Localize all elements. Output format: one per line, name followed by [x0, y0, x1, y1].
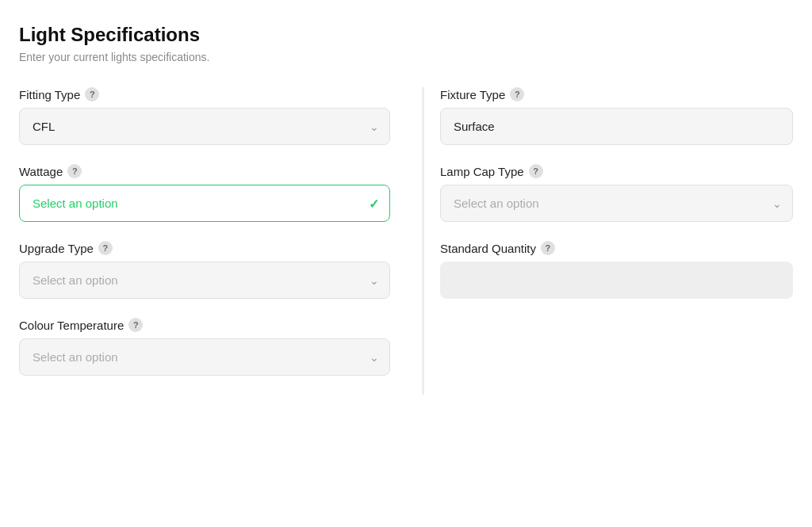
- lamp-cap-type-help-icon[interactable]: ?: [529, 164, 543, 178]
- fitting-type-select-wrapper: CFL LED Halogen Incandescent Fluorescent…: [19, 108, 390, 145]
- colour-temperature-help-icon[interactable]: ?: [128, 318, 143, 332]
- wattage-group: Wattage ? Select an option 5W 9W 11W 15W…: [19, 164, 390, 222]
- fitting-type-select[interactable]: CFL LED Halogen Incandescent Fluorescent: [19, 108, 390, 145]
- right-column: Fixture Type ? Lamp Cap Type ? Select an…: [422, 87, 793, 395]
- colour-temperature-group: Colour Temperature ? Select an option 27…: [19, 318, 390, 376]
- fixture-type-label: Fixture Type ?: [440, 87, 793, 101]
- fixture-type-help-icon[interactable]: ?: [510, 87, 524, 101]
- colour-temperature-select-wrapper: Select an option 2700K 3000K 4000K 5000K…: [19, 338, 390, 376]
- wattage-help-icon[interactable]: ?: [67, 164, 82, 178]
- upgrade-type-select[interactable]: Select an option Direct Replacement Full…: [19, 262, 390, 299]
- upgrade-type-group: Upgrade Type ? Select an option Direct R…: [19, 241, 390, 299]
- lamp-cap-type-group: Lamp Cap Type ? Select an option E27 E14…: [440, 164, 793, 222]
- wattage-select[interactable]: Select an option 5W 9W 11W 15W 18W 23W 3…: [19, 185, 390, 222]
- colour-temperature-select[interactable]: Select an option 2700K 3000K 4000K 5000K…: [19, 338, 390, 376]
- fitting-type-group: Fitting Type ? CFL LED Halogen Incandesc…: [19, 87, 390, 145]
- lamp-cap-type-select-wrapper: Select an option E27 E14 B22 GU10 G9 MR1…: [440, 185, 793, 222]
- standard-quantity-label: Standard Quantity ?: [440, 241, 793, 255]
- fixture-type-select-wrapper: [440, 108, 793, 145]
- fitting-type-label: Fitting Type ?: [19, 87, 390, 101]
- fixture-type-input[interactable]: [440, 108, 793, 145]
- lamp-cap-type-label: Lamp Cap Type ?: [440, 164, 793, 178]
- standard-quantity-group: Standard Quantity ?: [440, 241, 793, 299]
- page-subtitle: Enter your current lights specifications…: [19, 51, 793, 63]
- form-grid: Fitting Type ? CFL LED Halogen Incandesc…: [19, 87, 793, 395]
- upgrade-type-select-wrapper: Select an option Direct Replacement Full…: [19, 262, 390, 299]
- wattage-select-wrapper: Select an option 5W 9W 11W 15W 18W 23W 3…: [19, 185, 390, 222]
- lamp-cap-type-select[interactable]: Select an option E27 E14 B22 GU10 G9 MR1…: [440, 185, 793, 222]
- upgrade-type-label: Upgrade Type ?: [19, 241, 390, 255]
- page-title: Light Specifications: [19, 24, 793, 46]
- standard-quantity-input[interactable]: [440, 262, 793, 299]
- fixture-type-group: Fixture Type ?: [440, 87, 793, 145]
- left-column: Fitting Type ? CFL LED Halogen Incandesc…: [19, 87, 390, 395]
- wattage-label: Wattage ?: [19, 164, 390, 178]
- upgrade-type-help-icon[interactable]: ?: [98, 241, 113, 255]
- standard-quantity-help-icon[interactable]: ?: [541, 241, 555, 255]
- colour-temperature-label: Colour Temperature ?: [19, 318, 390, 332]
- fitting-type-help-icon[interactable]: ?: [85, 87, 99, 101]
